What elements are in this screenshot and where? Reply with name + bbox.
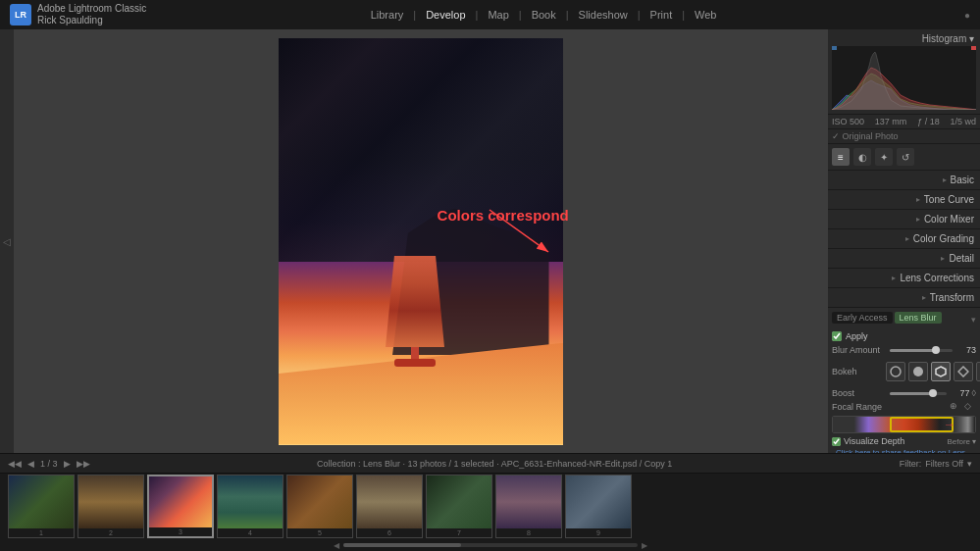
before-button[interactable]: Before ▾	[947, 437, 976, 446]
detail-header[interactable]: ▸ Detail	[828, 249, 980, 268]
color-grading-section: ▸ Color Grading	[828, 229, 980, 249]
page-indicator: 1 / 3	[40, 459, 58, 469]
blur-amount-track[interactable]	[890, 349, 953, 352]
nav-map[interactable]: Map	[480, 9, 516, 21]
bokeh-circle[interactable]	[886, 362, 905, 381]
nav-library[interactable]: Library	[363, 9, 412, 21]
bokeh-diamond[interactable]	[954, 362, 973, 381]
filmstrip-next[interactable]: ▶	[64, 459, 71, 469]
bokeh-filled-circle[interactable]	[908, 362, 928, 381]
detail-label: Detail	[949, 253, 974, 264]
photo-canvas: Colors correspond	[14, 29, 828, 453]
color-grading-header[interactable]: ▸ Color Grading	[828, 229, 980, 248]
lens-corrections-label: Lens Corrections	[900, 273, 974, 283]
filmstrip-prev-prev[interactable]: ◀◀	[8, 459, 22, 469]
tools-row: ≡ ◐ ✦ ↺	[828, 144, 980, 171]
lens-corrections-header[interactable]: ▸ Lens Corrections	[828, 269, 980, 287]
lens-corrections-section: ▸ Lens Corrections	[828, 269, 980, 288]
apply-label[interactable]: Apply	[846, 331, 868, 341]
scroll-left-icon[interactable]: ◀	[334, 541, 339, 550]
focal-range-slider[interactable]: →	[832, 416, 976, 433]
filmstrip-scrollbar[interactable]	[343, 543, 638, 547]
focal-range-label: Focal Range	[832, 402, 882, 412]
bokeh-row: Bokeh	[832, 358, 976, 385]
focal-range-sample-icon[interactable]: ⊕	[950, 401, 961, 413]
nav-book[interactable]: Book	[524, 9, 564, 21]
nav-slideshow[interactable]: Slideshow	[571, 9, 636, 21]
boost-options[interactable]: ◊	[972, 388, 976, 398]
window-controls: ●	[964, 10, 970, 21]
nav-print[interactable]: Print	[643, 9, 681, 21]
svg-marker-6	[936, 367, 946, 376]
glass-base	[394, 359, 436, 367]
filmstrip-scroll: ◀ ▶	[0, 539, 980, 551]
filmstrip-thumb-9[interactable]: 9	[565, 475, 632, 538]
blur-amount-label: Blur Amount	[832, 345, 886, 355]
basic-header[interactable]: ▸ Basic	[828, 171, 980, 189]
filmstrip-thumb-4[interactable]: 4	[217, 475, 284, 538]
svg-rect-2	[832, 46, 837, 50]
app-branding: LR Adobe Lightroom Classic Rick Spauldin…	[10, 3, 146, 26]
histogram-svg	[832, 46, 976, 110]
bokeh-shapes-row	[886, 362, 980, 381]
scroll-right-icon[interactable]: ▶	[642, 541, 647, 550]
color-grading-label: Color Grading	[913, 233, 974, 244]
filmstrip-scrollbar-thumb	[343, 543, 461, 547]
boost-label: Boost	[832, 388, 886, 398]
blur-amount-value: 73	[956, 345, 976, 355]
tab-lens-blur[interactable]: Lens Blur	[895, 312, 942, 324]
filmstrip-next-next[interactable]: ▶▶	[77, 459, 90, 469]
nav-develop[interactable]: Develop	[418, 9, 473, 21]
right-panel: Histogram ▾ ISO 500	[828, 29, 980, 453]
filmstrip-thumb-8[interactable]: 8	[495, 475, 562, 538]
filmstrip-thumb-3[interactable]: 3	[147, 475, 214, 538]
lens-blur-header: Early Access Lens Blur ▾	[832, 312, 976, 327]
original-photo-row: ✓ Original Photo	[828, 129, 980, 144]
glass-body	[386, 256, 444, 348]
blur-amount-row: Blur Amount 73	[832, 345, 976, 355]
before-label: Before	[947, 437, 970, 446]
boost-thumb[interactable]	[929, 389, 937, 397]
visualize-depth-label[interactable]: Visualize Depth	[844, 436, 904, 446]
filmstrip-thumb-6[interactable]: 6	[356, 475, 423, 538]
svg-marker-7	[958, 367, 968, 376]
bokeh-label: Bokeh	[832, 367, 886, 376]
glass-stem	[411, 347, 419, 359]
filter-dropdown-icon[interactable]: ▾	[967, 459, 972, 469]
blur-amount-thumb[interactable]	[932, 346, 940, 354]
main-area: ◁	[0, 29, 980, 453]
filmstrip-thumb-5[interactable]: 5	[286, 475, 353, 538]
basic-label: Basic	[951, 175, 974, 185]
filmstrip-prev[interactable]: ◀	[27, 459, 34, 469]
focal-range-arrow: →	[944, 418, 955, 431]
tool-history[interactable]: ↺	[897, 148, 914, 166]
boost-value: 77	[951, 388, 970, 398]
histogram-section: Histogram ▾	[828, 29, 980, 115]
lens-blur-collapse[interactable]: ▾	[971, 315, 976, 325]
tool-heal[interactable]: ✦	[875, 148, 893, 166]
visualize-depth-checkbox[interactable]	[832, 437, 841, 446]
color-mixer-header[interactable]: ▸ Color Mixer	[828, 210, 980, 228]
original-photo-label: ✓ Original Photo	[832, 131, 899, 141]
boost-track[interactable]	[890, 392, 947, 395]
filmstrip-thumb-7[interactable]: 7	[426, 475, 492, 538]
filter-value[interactable]: Filters Off	[925, 459, 963, 469]
apply-checkbox[interactable]	[832, 331, 842, 341]
left-panel-toggle[interactable]: ◁	[0, 29, 14, 453]
transform-section: ▸ Transform	[828, 288, 980, 308]
nav-web[interactable]: Web	[687, 9, 724, 21]
bokeh-hexagon[interactable]	[931, 362, 951, 381]
tool-crop[interactable]: ◐	[853, 148, 871, 166]
filter-row: Filter: Filters Off ▾	[900, 459, 972, 469]
tool-sliders[interactable]: ≡	[832, 148, 850, 166]
transform-header[interactable]: ▸ Transform	[828, 288, 980, 307]
filmstrip-thumb-1[interactable]: 1	[8, 475, 75, 538]
tone-curve-header[interactable]: ▸ Tone Curve	[828, 190, 980, 209]
svg-point-4	[891, 367, 901, 376]
shutter-speed: 1/5 wd	[950, 117, 976, 126]
filmstrip-thumb-2[interactable]: 2	[77, 475, 144, 538]
basic-arrow: ▸	[943, 175, 947, 184]
bokeh-pentagon[interactable]	[976, 362, 980, 381]
focal-range-reset-icon[interactable]: ◇	[964, 401, 976, 413]
tab-early-access[interactable]: Early Access	[832, 312, 893, 324]
